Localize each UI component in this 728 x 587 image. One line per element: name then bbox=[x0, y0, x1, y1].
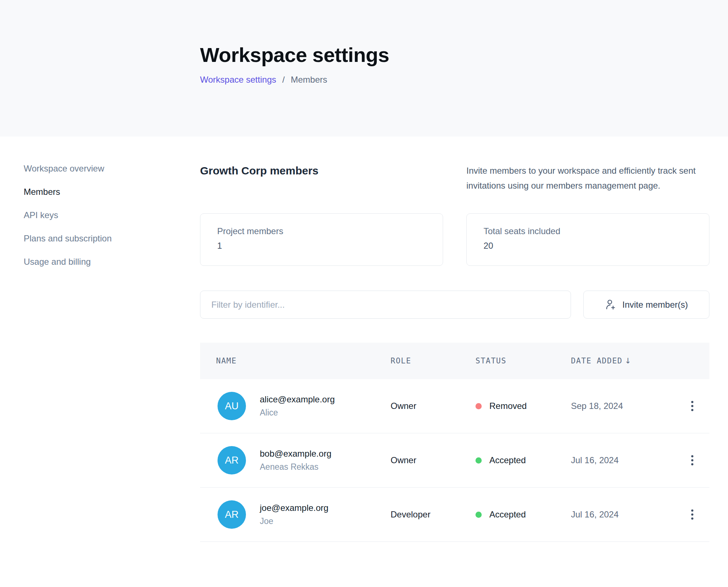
member-date-added: Jul 16, 2024 bbox=[571, 509, 687, 520]
column-header-name[interactable]: NAME bbox=[200, 356, 391, 365]
member-date-added: Jul 16, 2024 bbox=[571, 455, 687, 465]
breadcrumb-current: Members bbox=[291, 75, 327, 84]
avatar: AR bbox=[218, 446, 246, 474]
stat-value: 20 bbox=[484, 241, 692, 251]
filter-row: Invite member(s) bbox=[200, 291, 709, 319]
members-panel: Growth Corp members Invite members to yo… bbox=[200, 163, 709, 542]
member-email: alice@example.org bbox=[260, 394, 335, 405]
sidebar-item-workspace-overview[interactable]: Workspace overview bbox=[24, 163, 104, 174]
column-header-status[interactable]: STATUS bbox=[475, 356, 571, 365]
stats-row: Project members 1 Total seats included 2… bbox=[200, 213, 709, 266]
avatar: AU bbox=[218, 392, 246, 420]
member-status: Accepted bbox=[475, 455, 571, 465]
breadcrumb-link-workspace-settings[interactable]: Workspace settings bbox=[200, 75, 276, 84]
member-identity-cell: AR bob@example.org Aeneas Rekkas bbox=[200, 446, 391, 474]
page-header: Workspace settings Workspace settings / … bbox=[0, 0, 728, 137]
member-name: Alice bbox=[260, 408, 335, 418]
status-label: Accepted bbox=[489, 455, 526, 465]
kebab-menu-icon[interactable] bbox=[688, 397, 697, 415]
member-role: Developer bbox=[391, 509, 475, 520]
member-status: Accepted bbox=[475, 509, 571, 520]
member-identity-cell: AU alice@example.org Alice bbox=[200, 392, 391, 420]
member-role: Owner bbox=[391, 455, 475, 465]
breadcrumb: Workspace settings / Members bbox=[200, 75, 728, 85]
breadcrumb-separator: / bbox=[282, 75, 285, 84]
stat-value: 1 bbox=[217, 241, 426, 251]
status-dot bbox=[475, 457, 482, 464]
status-dot bbox=[475, 512, 482, 518]
table-row: AR joe@example.org Joe Developer Accepte… bbox=[200, 488, 709, 542]
member-identity-cell: AR joe@example.org Joe bbox=[200, 500, 391, 529]
member-email: bob@example.org bbox=[260, 449, 331, 459]
content-area: Workspace overview Members API keys Plan… bbox=[0, 137, 728, 542]
status-dot bbox=[475, 403, 482, 409]
column-header-date-added[interactable]: DATE ADDED↓ bbox=[571, 356, 687, 365]
sidebar-item-plans-subscription[interactable]: Plans and subscription bbox=[24, 233, 111, 244]
status-label: Accepted bbox=[489, 509, 526, 520]
member-name: Joe bbox=[260, 516, 328, 526]
settings-sidebar: Workspace overview Members API keys Plan… bbox=[0, 163, 200, 542]
member-status: Removed bbox=[475, 401, 571, 411]
person-plus-icon bbox=[605, 299, 616, 310]
arrow-down-icon: ↓ bbox=[625, 356, 631, 365]
members-intro-row: Growth Corp members Invite members to yo… bbox=[200, 163, 709, 193]
column-header-role[interactable]: ROLE bbox=[391, 356, 475, 365]
page-title: Workspace settings bbox=[200, 43, 728, 67]
invite-members-button[interactable]: Invite member(s) bbox=[583, 291, 709, 319]
stat-card-project-members: Project members 1 bbox=[200, 213, 443, 266]
kebab-menu-icon[interactable] bbox=[688, 452, 697, 469]
members-table: NAME ROLE STATUS DATE ADDED↓ AU alice@ex… bbox=[200, 343, 709, 542]
kebab-menu-icon[interactable] bbox=[688, 506, 697, 523]
table-header-row: NAME ROLE STATUS DATE ADDED↓ bbox=[200, 343, 709, 379]
table-row: AU alice@example.org Alice Owner Removed… bbox=[200, 379, 709, 433]
status-label: Removed bbox=[489, 401, 527, 411]
members-heading: Growth Corp members bbox=[200, 163, 318, 177]
sidebar-item-usage-billing[interactable]: Usage and billing bbox=[24, 256, 91, 267]
sidebar-item-api-keys[interactable]: API keys bbox=[24, 210, 58, 221]
member-email: joe@example.org bbox=[260, 503, 328, 513]
member-role: Owner bbox=[391, 401, 475, 411]
member-name: Aeneas Rekkas bbox=[260, 462, 331, 472]
avatar: AR bbox=[218, 500, 246, 529]
invite-button-label: Invite member(s) bbox=[622, 300, 688, 310]
members-description: Invite members to your workspace and eff… bbox=[466, 163, 709, 193]
member-date-added: Sep 18, 2024 bbox=[571, 401, 687, 411]
sidebar-item-members[interactable]: Members bbox=[24, 186, 60, 197]
stat-label: Project members bbox=[217, 226, 426, 237]
table-row: AR bob@example.org Aeneas Rekkas Owner A… bbox=[200, 433, 709, 488]
filter-input[interactable] bbox=[200, 291, 571, 319]
stat-label: Total seats included bbox=[484, 226, 692, 237]
stat-card-total-seats: Total seats included 20 bbox=[466, 213, 709, 266]
